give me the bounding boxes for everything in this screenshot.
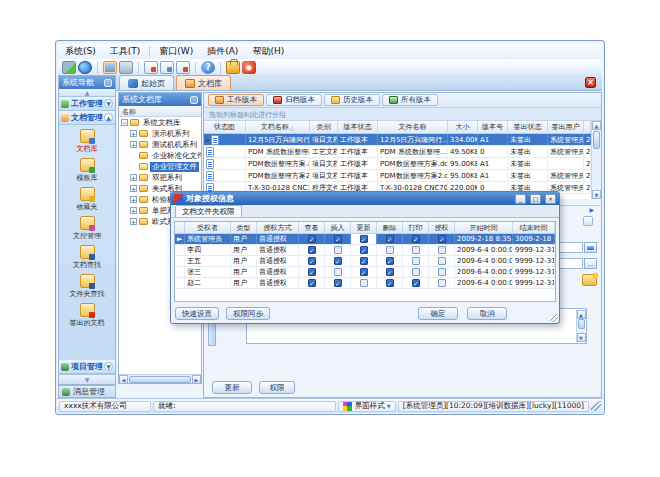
dialog-column-1[interactable]: 受权者 (185, 222, 231, 233)
lock-icon[interactable] (226, 61, 240, 74)
folder-icon[interactable] (119, 61, 133, 74)
tab-start-page[interactable]: 起始页 (119, 75, 174, 90)
version-tab-1[interactable]: 归档版本 (266, 94, 322, 106)
expander-icon[interactable]: + (130, 141, 137, 148)
dialog-title-bar[interactable]: 对象授权信息 _ □ × (171, 192, 559, 205)
maximize-icon[interactable]: □ (530, 194, 541, 204)
permission-cell[interactable]: ✓ (351, 245, 377, 255)
sidebar-item-messages[interactable]: 消息管理 (58, 385, 116, 398)
column-header-7[interactable]: 签出状态 (508, 121, 548, 133)
dialog-column-7[interactable]: 删除 (377, 222, 403, 233)
checkbox-unchecked[interactable] (412, 268, 420, 276)
menu-item-2[interactable]: 窗口(W) (152, 44, 200, 59)
checkbox-checked[interactable]: ✓ (360, 246, 368, 254)
checkbox-checked[interactable]: ✓ (360, 268, 368, 276)
sidebar-group-2[interactable]: 项目管理▼ (59, 360, 115, 374)
nav-scroll-down[interactable]: ▼ (59, 374, 115, 384)
permission-cell[interactable] (377, 245, 403, 255)
scroll-right-icon[interactable]: ▶ (192, 375, 201, 384)
remark-scrollbar[interactable]: ▲ ▼ (576, 310, 585, 342)
permission-row[interactable]: 李四用户普通授权✓✓2009-6-4 0:00:009999-12-31 23:… (175, 245, 555, 256)
tree-horizontal-scrollbar[interactable]: ◀ ▶ (119, 374, 201, 383)
expander-icon[interactable]: − (121, 119, 128, 126)
permission-cell[interactable]: ✓ (325, 278, 351, 288)
chevron-icon[interactable]: ▲ (104, 113, 113, 122)
permission-cell[interactable] (325, 245, 351, 255)
tree-column-header[interactable]: 名称 (119, 106, 201, 117)
quick-setup-button[interactable]: 快速设置 (175, 307, 219, 320)
minimize-icon[interactable]: _ (515, 194, 526, 204)
connect-icon[interactable] (62, 61, 76, 74)
mail-new-icon[interactable] (144, 61, 158, 74)
checkbox-unchecked[interactable] (334, 268, 342, 276)
scroll-up-icon[interactable]: ▲ (577, 310, 586, 319)
permission-cell[interactable] (429, 256, 455, 266)
permission-cell[interactable] (429, 267, 455, 277)
dialog-column-3[interactable]: 授权方式 (257, 222, 299, 233)
checkbox-checked[interactable]: ✓ (334, 279, 342, 287)
version-tab-2[interactable]: 历史版本 (324, 94, 380, 106)
column-header-8[interactable]: 签出用户 (548, 121, 584, 133)
checkbox-unchecked[interactable] (386, 246, 394, 254)
permission-cell[interactable] (325, 267, 351, 277)
checkbox-unchecked[interactable] (438, 246, 446, 254)
checkbox-checked[interactable]: ✓ (308, 268, 316, 276)
permission-row[interactable]: 张三用户普通授权✓✓✓2009-6-4 0:00:009999-12-31 23… (175, 267, 555, 278)
checkbox-checked[interactable]: ✓ (412, 235, 420, 243)
permission-cell[interactable] (403, 267, 429, 277)
permission-cell[interactable]: ✓ (351, 267, 377, 277)
permission-cell[interactable]: ✓ (351, 234, 377, 244)
expander-icon[interactable]: + (130, 174, 137, 181)
permission-cell[interactable] (429, 278, 455, 288)
permission-cell[interactable]: ✓ (377, 256, 403, 266)
sidebar-group-1[interactable]: 文档管理▲ (59, 111, 115, 125)
mail-open-icon[interactable] (160, 61, 174, 74)
dialog-column-4[interactable]: 查看 (299, 222, 325, 233)
open-folder-icon[interactable] (582, 274, 597, 286)
resize-grip[interactable] (591, 401, 601, 411)
pin-icon[interactable] (104, 79, 112, 87)
exit-icon[interactable]: ◉ (242, 61, 256, 74)
checkbox-checked[interactable]: ✓ (360, 257, 368, 265)
table-row[interactable]: PDM数据整理方案.doc项目文档工作版本PDM数据整理方案.doc95.00K… (204, 158, 591, 170)
tree-item-2[interactable]: +测试机机系列 (119, 139, 201, 150)
expander-icon[interactable]: + (130, 196, 137, 203)
permission-cell[interactable]: ✓ (299, 256, 325, 266)
checkbox-checked[interactable]: ✓ (308, 279, 316, 287)
column-header-2[interactable]: 类别 (310, 121, 338, 133)
dialog-column-2[interactable]: 类型 (231, 222, 257, 233)
permission-row[interactable]: 赵二用户普通授权✓✓✓✓2009-6-4 0:00:009999-12-31 2… (175, 278, 555, 289)
cancel-button[interactable]: 取消 (467, 307, 507, 320)
detail-picker-button[interactable] (584, 242, 597, 253)
expander-icon[interactable]: + (130, 130, 137, 137)
checkbox-checked[interactable]: ✓ (360, 235, 368, 243)
chevron-icon[interactable]: ▼ (104, 362, 113, 371)
table-row[interactable]: ►12月5日万兴隆同行…项目文档工作版本12月5日万兴隆同行…334.00KBA… (204, 134, 591, 146)
permission-cell[interactable]: ✓ (429, 234, 455, 244)
dialog-column-11[interactable]: 结束时间 (513, 222, 555, 233)
tree-item-1[interactable]: +演示机系列 (119, 128, 201, 139)
tab-folder-permissions[interactable]: 文档文件夹权限 (175, 205, 242, 217)
permission-button[interactable]: 权限 (259, 381, 295, 394)
checkbox-unchecked[interactable] (412, 246, 420, 254)
expander-icon[interactable]: + (130, 207, 137, 214)
checkbox-unchecked[interactable] (438, 279, 446, 287)
checkbox-checked[interactable]: ✓ (438, 235, 446, 243)
sidebar-item-3[interactable]: 文控管理 (59, 214, 115, 243)
checkbox-unchecked[interactable] (438, 257, 446, 265)
permission-cell[interactable]: ✓ (325, 256, 351, 266)
scroll-down-icon[interactable]: ▼ (577, 333, 586, 342)
chevron-icon[interactable]: ▼ (104, 99, 113, 108)
tree-item-4[interactable]: 企业管理文件 (119, 161, 201, 172)
close-tab-icon[interactable]: × (585, 77, 596, 88)
permission-row[interactable]: 王五用户普通授权✓✓✓✓2009-6-4 0:00:009999-12-31 2… (175, 256, 555, 267)
version-tab-0[interactable]: 工作版本 (208, 94, 264, 106)
scroll-thumb[interactable] (578, 319, 585, 329)
tree-pin-icon[interactable] (190, 96, 198, 104)
checkbox-checked[interactable]: ✓ (334, 257, 342, 265)
version-tab-3[interactable]: 所有版本 (382, 94, 438, 106)
column-header-0[interactable]: 状态图 (204, 121, 246, 133)
permission-cell[interactable]: ✓ (403, 278, 429, 288)
globe-icon[interactable] (78, 61, 92, 74)
permission-cell[interactable]: ✓ (351, 256, 377, 266)
